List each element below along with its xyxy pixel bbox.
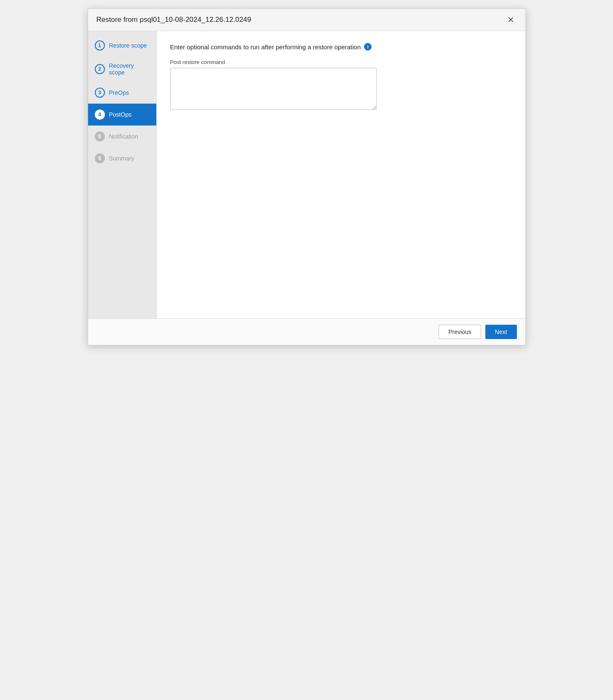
sidebar-item-label-3: PreOps: [109, 89, 129, 96]
dialog-header: Restore from psql01_10-08-2024_12.26.12.…: [88, 9, 525, 31]
dialog-body: 1 Restore scope 2 Recovery scope 3 PreOp…: [88, 31, 525, 318]
sidebar-item-label-1: Restore scope: [109, 42, 147, 49]
dialog-title: Restore from psql01_10-08-2024_12.26.12.…: [96, 16, 252, 24]
previous-button[interactable]: Previous: [439, 325, 481, 339]
section-heading: Enter optional commands to run after per…: [170, 43, 512, 51]
sidebar: 1 Restore scope 2 Recovery scope 3 PreOp…: [88, 31, 157, 318]
sidebar-item-label-5: Notification: [109, 133, 138, 140]
sidebar-item-preops[interactable]: 3 PreOps: [88, 82, 156, 104]
step-badge-1: 1: [95, 40, 105, 51]
step-badge-4: 4: [95, 110, 105, 120]
sidebar-item-label-4: PostOps: [109, 111, 132, 118]
step-badge-6: 6: [95, 153, 105, 163]
sidebar-item-label-2: Recovery scope: [109, 62, 150, 76]
sidebar-item-recovery-scope[interactable]: 2 Recovery scope: [88, 56, 156, 82]
sidebar-item-notification: 5 Notification: [88, 126, 156, 147]
info-icon[interactable]: i: [364, 43, 372, 51]
section-heading-text: Enter optional commands to run after per…: [170, 43, 361, 51]
close-button[interactable]: ✕: [505, 15, 517, 25]
dialog: Restore from psql01_10-08-2024_12.26.12.…: [88, 8, 526, 345]
step-badge-5: 5: [95, 131, 105, 142]
field-label-post-restore: Post restore command: [170, 59, 512, 65]
sidebar-item-postops[interactable]: 4 PostOps: [88, 104, 156, 126]
sidebar-item-summary: 6 Summary: [88, 147, 156, 169]
post-restore-command-input[interactable]: [170, 68, 377, 110]
step-badge-2: 2: [95, 64, 105, 74]
step-badge-3: 3: [95, 88, 105, 98]
dialog-footer: Previous Next: [88, 318, 525, 345]
next-button[interactable]: Next: [485, 325, 517, 339]
main-content: Enter optional commands to run after per…: [157, 31, 525, 318]
sidebar-item-label-6: Summary: [109, 155, 134, 162]
sidebar-item-restore-scope[interactable]: 1 Restore scope: [88, 35, 156, 56]
